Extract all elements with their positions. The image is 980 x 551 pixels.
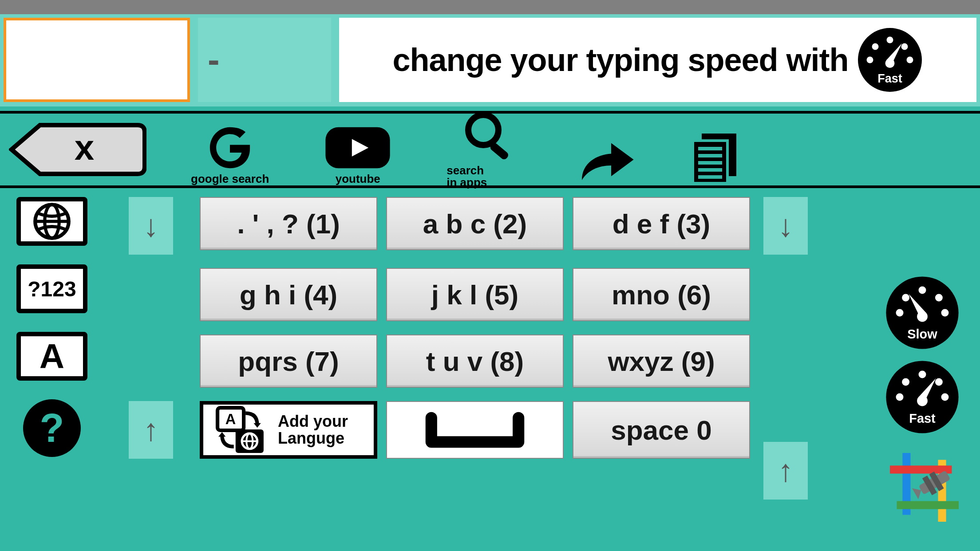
svg-point-40: [941, 394, 949, 401]
key-3-label: d e f (3): [612, 208, 710, 240]
search-in-apps-button[interactable]: search in apps: [447, 110, 531, 189]
key-2[interactable]: a b c (2): [386, 197, 564, 250]
svg-point-37: [919, 371, 926, 378]
svg-point-9: [468, 115, 498, 145]
youtube-button[interactable]: youtube: [313, 114, 402, 185]
svg-point-38: [935, 378, 943, 386]
key-7[interactable]: pqrs (7): [200, 335, 377, 388]
scroll-down-left-button[interactable]: ↓: [129, 197, 173, 255]
copy-button[interactable]: [682, 114, 748, 185]
svg-point-39: [896, 394, 904, 401]
numeric-mode-button[interactable]: ?123: [16, 264, 87, 313]
help-button[interactable]: ?: [23, 399, 81, 457]
gauge-fast-icon: Fast: [885, 359, 960, 435]
svg-point-3: [901, 43, 908, 50]
svg-point-32: [941, 309, 949, 317]
gauge-fast-label: Fast: [877, 72, 902, 85]
svg-point-36: [902, 378, 909, 386]
copy-document-icon: [682, 132, 748, 185]
svg-point-4: [866, 57, 873, 63]
help-label: ?: [40, 405, 64, 451]
svg-point-41: [917, 396, 928, 406]
keypad: ↓ . ' , ? (1) a b c (2) d e f (3) g h i …: [129, 197, 750, 459]
arrow-down-icon: ↓: [778, 208, 794, 244]
svg-text:Fast: Fast: [909, 411, 936, 425]
arrow-down-icon: ↓: [143, 208, 159, 244]
arrow-up-icon: ↑: [778, 453, 794, 488]
caps-label: A: [40, 336, 64, 377]
svg-point-28: [902, 294, 909, 302]
translate-icon: A: [208, 405, 274, 455]
add-language-button[interactable]: A Add your Languge: [200, 401, 377, 459]
key-2-label: a b c (2): [423, 208, 527, 240]
toolbar: x google search youtube search in apps: [0, 111, 980, 188]
svg-point-33: [917, 311, 928, 322]
key-8[interactable]: t u v (8): [386, 335, 564, 388]
space-key-large[interactable]: [386, 401, 564, 459]
slow-gauge-button[interactable]: Slow: [885, 275, 960, 350]
key-5[interactable]: j k l (5): [386, 268, 564, 321]
svg-rect-10: [489, 142, 510, 161]
svg-point-5: [906, 57, 913, 63]
svg-point-2: [886, 37, 893, 43]
backspace-button[interactable]: x: [9, 121, 146, 178]
secondary-input-value: -: [208, 42, 220, 78]
caps-button[interactable]: A: [16, 332, 87, 381]
hint-banner: change your typing speed with Fast: [339, 18, 976, 102]
svg-text:Slow: Slow: [907, 327, 937, 341]
key-8-label: t u v (8): [426, 346, 524, 377]
key-4-label: g h i (4): [240, 279, 337, 311]
key-1[interactable]: . ' , ? (1): [200, 197, 377, 250]
key-1-label: . ' , ? (1): [237, 208, 340, 240]
key-9[interactable]: wxyz (9): [573, 335, 750, 388]
share-arrow-icon: [575, 136, 637, 185]
key-7-label: pqrs (7): [238, 346, 339, 377]
key-4[interactable]: g h i (4): [200, 268, 377, 321]
spacebar-icon: [408, 403, 541, 457]
speed-gauges: Slow Fast: [882, 275, 962, 435]
youtube-icon: [313, 123, 402, 172]
key-5-label: j k l (5): [431, 279, 518, 311]
google-search-button[interactable]: google search: [191, 114, 269, 185]
share-button[interactable]: [575, 114, 637, 185]
key-9-label: wxyz (9): [608, 346, 715, 377]
numeric-mode-label: ?123: [28, 277, 76, 301]
scroll-up-left-button[interactable]: ↑: [129, 401, 173, 459]
status-bar: [0, 0, 980, 14]
left-sidebar: ?123 A ?: [14, 197, 90, 457]
globe-icon: [32, 201, 72, 241]
app-root: - change your typing speed with Fast: [0, 0, 980, 551]
svg-rect-45: [897, 501, 959, 509]
text-input-secondary[interactable]: -: [198, 18, 331, 102]
scroll-up-right-button[interactable]: ↑: [763, 442, 808, 500]
text-input-main[interactable]: [4, 18, 190, 102]
google-search-label: google search: [191, 173, 269, 185]
key-6-label: mno (6): [612, 279, 711, 311]
key-0[interactable]: space 0: [573, 401, 750, 459]
hint-text: change your typing speed with: [392, 42, 848, 78]
key-0-label: space 0: [611, 414, 712, 446]
language-globe-button[interactable]: [16, 197, 87, 246]
google-icon: [192, 123, 268, 172]
crop-frame-button[interactable]: [890, 453, 959, 522]
gauge-slow-icon: Slow: [885, 275, 960, 350]
key-6[interactable]: mno (6): [573, 268, 750, 321]
fast-gauge-button[interactable]: Fast: [885, 359, 960, 435]
svg-point-30: [935, 294, 943, 302]
svg-text:A: A: [225, 411, 236, 427]
svg-point-31: [896, 309, 904, 317]
magnifier-icon: [447, 110, 531, 164]
scroll-down-right-button[interactable]: ↓: [763, 197, 808, 255]
arrow-up-icon: ↑: [143, 412, 159, 448]
add-language-label: Add your Languge: [278, 413, 348, 447]
key-3[interactable]: d e f (3): [573, 197, 750, 250]
search-in-apps-label: search in apps: [447, 165, 487, 189]
svg-point-1: [872, 43, 878, 50]
gauge-fast-icon: Fast: [857, 27, 923, 93]
svg-point-29: [919, 287, 926, 294]
youtube-label: youtube: [336, 173, 380, 185]
header-row: - change your typing speed with Fast: [0, 14, 980, 106]
crop-frame-icon: [890, 453, 959, 522]
svg-point-6: [885, 59, 894, 68]
svg-text:x: x: [75, 128, 95, 167]
